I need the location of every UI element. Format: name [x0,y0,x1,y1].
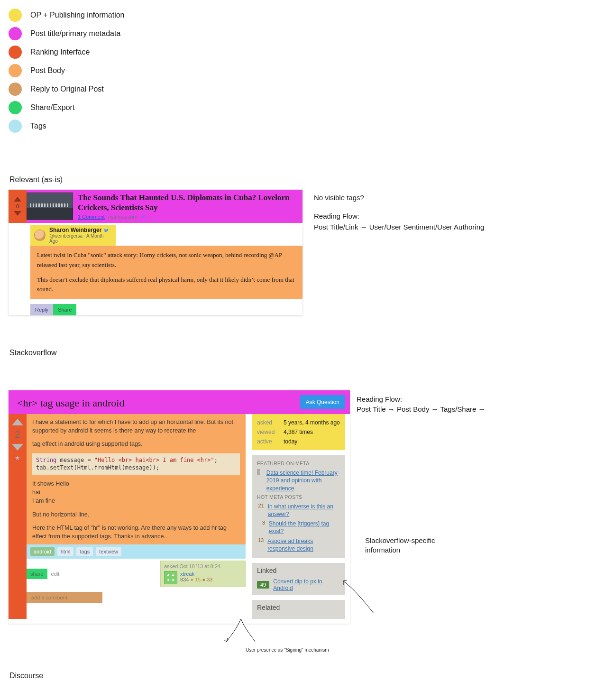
share-button[interactable]: Share [53,304,76,315]
stackoverflow-card: <hr> tag usage in android Ask Question 2… [9,390,350,624]
author-name: Sharon Weinberger [49,227,101,233]
legend-label: Post Body [30,66,65,75]
sidebar-meta: FEATURED ON META Data science time! Febr… [252,455,345,558]
body-paragraph: I have a statement to for which I have t… [32,418,240,435]
legend-item: Reply to Original Post [9,83,605,96]
body-paragraph: But no horizontal line. [32,510,240,519]
tag[interactable]: html [57,547,74,556]
user-signature[interactable]: asked Oct 18 '13 at 8:24 xtreak 834 ● 15… [160,561,246,587]
downvote-icon[interactable] [14,211,21,216]
legend-label: Reply to Original Post [30,85,104,93]
body-line: hai [32,488,240,497]
user-avatar [164,571,177,584]
legend-label: Tags [30,122,46,130]
stackoverflow-notes: Reading Flow: Post Title → Post Body → T… [357,390,486,414]
stat-key: active [257,438,278,445]
hot-count: 3 [257,520,265,525]
legend-dot [9,46,22,59]
rank-score: 0 [16,203,19,209]
share-link[interactable]: share [27,569,47,579]
hot-count: 13 [257,537,264,543]
legend-label: OP + Publishing information [30,11,124,19]
legend-dot [9,101,22,114]
legend-item: OP + Publishing information [9,9,605,22]
legend-label: Post title/primary metadata [30,29,120,38]
so-post-body: I have a statement to for which I have t… [27,414,246,544]
source-domain: nytimes.com [108,214,138,220]
hot-link[interactable]: Should the [triggers] tag exist? [269,520,340,535]
legend-dot [9,83,22,96]
meta-link[interactable]: Data science time! February 2019 and opi… [266,469,340,492]
linked-link[interactable]: Convert dip to px in Android [273,578,340,591]
sidebar-related: Related [252,600,345,619]
favorite-icon[interactable]: ★ [15,454,20,461]
side-annotation: Slackoverflow-specific information [365,536,460,555]
hot-link[interactable]: Aspose ad breaks responsive design [267,537,340,553]
so-ranking-column: 2 ★ [9,414,27,619]
legend-label: Share/Export [30,103,74,112]
so-tags: android html tags textview [27,544,246,559]
user-name[interactable]: xtreak [180,571,212,577]
legend-dot [9,9,22,22]
user-rep: 834 ● 15 ● 33 [180,577,212,582]
body-paragraph: tag effect in android using supported ta… [32,440,240,448]
rank-score: 2 [15,429,20,440]
so-title[interactable]: <hr> tag usage in android [17,397,124,409]
stat-key: asked [257,419,278,426]
legend-item: Ranking Interface [9,46,605,59]
tag[interactable]: tags [76,547,93,556]
twitter-icon [103,228,109,232]
legend-item: Tags [9,120,605,133]
legend-item: Post Body [9,64,605,77]
add-comment-link[interactable]: add a comment [27,592,102,603]
comment-count-link[interactable]: 1 Comment [78,214,105,220]
legend-dot [9,120,22,133]
downvote-icon[interactable] [12,444,23,451]
tag[interactable]: android [30,547,55,556]
body-paragraph: This doesn’t exclude that diplomats suff… [37,275,296,295]
relevant-notes: No visible tags? Reading Flow: Post Titl… [314,190,605,232]
related-heading: Related [257,604,340,611]
hot-link[interactable]: In what universe is this an answer? [268,503,340,518]
section-heading-discourse: Discourse [9,672,605,680]
meta-heading: FEATURED ON META [257,461,340,466]
external-link-icon[interactable]: ↗ [141,214,145,220]
stat-value: 5 years, 4 months ago [284,419,340,426]
post-body: Latest twist in Cuba "sonic" attack stor… [30,246,302,299]
relevant-card: 0 The Sounds That Haunted U.S. Diplomats… [9,190,302,315]
post-title[interactable]: The Sounds That Haunted U.S. Diplomats i… [78,193,298,213]
section-heading-stackoverflow: Stackoverflow [9,349,605,357]
upvote-icon[interactable] [14,197,21,202]
question-stats: asked5 years, 4 months ago viewed4,387 t… [252,414,345,450]
note-flow-heading: Reading Flow: [357,394,486,404]
meta-heading: HOT META POSTS [257,494,340,500]
code-block: String message = "Hello <br> hai<br> I a… [32,453,240,475]
linked-heading: Linked [257,567,340,574]
ranking-column[interactable]: 0 [9,190,27,223]
legend: OP + Publishing information Post title/p… [9,9,605,133]
note-question: No visible tags? [314,193,605,203]
stat-value: today [284,438,297,445]
stat-value: 4,387 times [284,429,313,435]
legend-item: Share/Export [9,101,605,114]
author-block[interactable]: Sharon Weinberger @weinbergersa · A Mont… [30,225,116,246]
ask-question-button[interactable]: Ask Question [300,395,345,409]
asked-time: asked Oct 18 '13 at 8:24 [164,563,242,569]
body-paragraph: Latest twist in Cuba "sonic" attack stor… [37,250,296,270]
hot-count: 21 [257,503,264,508]
edit-link[interactable]: edit [51,571,60,577]
post-thumbnail [27,193,73,220]
caption: User presence as "Signing" mechanism [246,647,605,653]
upvote-icon[interactable] [12,419,23,425]
section-heading-relevant: Relevant (as-is) [9,175,605,184]
reply-button[interactable]: Reply [30,304,53,315]
body-paragraph: Here the HTML tag of "hr" is not working… [32,524,240,541]
tag[interactable]: textview [96,547,121,556]
body-line: I am fine [32,497,240,505]
legend-dot [9,64,22,77]
body-line: It shows Hello [32,479,240,488]
sidebar-linked: Linked 49Convert dip to px in Android [252,563,345,595]
note-flow-heading: Reading Flow: [314,211,605,221]
note-flow: Post Title → Post Body → Tags/Share → [357,404,486,414]
author-avatar [34,230,46,241]
